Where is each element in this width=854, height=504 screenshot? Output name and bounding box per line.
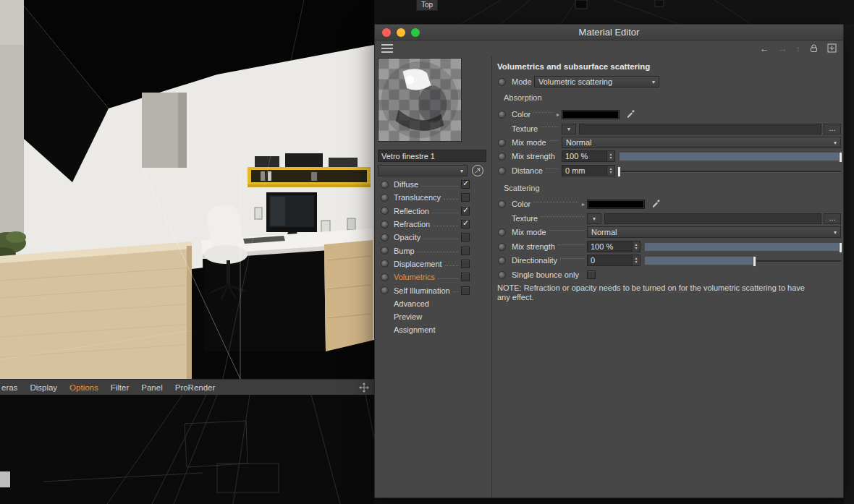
- absorption-distance-slider[interactable]: [620, 166, 841, 176]
- mix-strength-label: Mix strength: [512, 242, 555, 251]
- diffuse-checkbox[interactable]: [461, 180, 470, 189]
- volumetrics-checkbox[interactable]: [461, 273, 470, 281]
- eyedropper-icon[interactable]: [625, 108, 635, 120]
- opacity-checkbox[interactable]: [461, 233, 470, 242]
- scattering-mix-mode-dropdown[interactable]: Normal ▾: [587, 226, 841, 238]
- zoom-button[interactable]: [411, 28, 420, 37]
- directionality-spinner[interactable]: 0 ▴▾: [587, 255, 640, 266]
- color-label: Color: [512, 200, 530, 208]
- record-knob-icon[interactable]: [498, 243, 506, 251]
- page-row-assignment[interactable]: Assignment: [381, 323, 470, 336]
- mode-dropdown[interactable]: Volumetric scattering ▾: [534, 76, 659, 87]
- close-button[interactable]: [382, 28, 391, 37]
- channel-row-diffuse[interactable]: Diffuse: [381, 178, 470, 191]
- expand-arrow-icon[interactable]: ▸: [557, 111, 559, 118]
- browse-texture-button[interactable]: ...: [824, 124, 841, 134]
- menu-item-cameras[interactable]: eras: [1, 383, 17, 392]
- channel-row-self-illumination[interactable]: Self Illumination: [381, 283, 470, 296]
- absorption-color-swatch[interactable]: [562, 110, 620, 119]
- material-preview[interactable]: [378, 58, 462, 142]
- viewport-3d-scene: [0, 0, 374, 379]
- scattering-color-swatch[interactable]: [587, 200, 645, 209]
- lock-icon[interactable]: [809, 43, 819, 54]
- record-knob-icon[interactable]: [498, 111, 506, 119]
- record-knob-icon[interactable]: [498, 200, 506, 208]
- absorption-distance-row: Distance 0 mm ▴▾: [493, 165, 841, 176]
- record-knob-icon[interactable]: [381, 286, 389, 294]
- editor-content: ▾ Diffuse: [375, 56, 843, 497]
- channel-row-volumetrics[interactable]: Volumetrics: [381, 270, 470, 283]
- channel-row-refraction[interactable]: Refraction: [381, 218, 470, 231]
- record-knob-icon[interactable]: [498, 78, 506, 86]
- absorption-mix-strength-spinner[interactable]: 100 % ▴▾: [562, 150, 615, 162]
- channel-row-bump[interactable]: Bump: [381, 244, 470, 257]
- stepper-arrows-icon[interactable]: ▴▾: [632, 242, 640, 252]
- record-knob-icon[interactable]: [381, 260, 389, 268]
- new-window-icon[interactable]: [827, 43, 837, 54]
- menu-item-panel[interactable]: Panel: [141, 383, 162, 392]
- displacement-checkbox[interactable]: [461, 260, 470, 268]
- top-viewport-strip[interactable]: Top: [374, 0, 854, 24]
- record-knob-icon[interactable]: [381, 273, 389, 281]
- channel-row-reflection[interactable]: Reflection: [381, 205, 470, 218]
- single-bounce-checkbox[interactable]: [587, 270, 596, 279]
- record-knob-icon[interactable]: [381, 207, 389, 215]
- bump-checkbox[interactable]: [461, 247, 470, 255]
- pick-material-button[interactable]: [471, 164, 484, 177]
- menu-item-filter[interactable]: Filter: [111, 383, 130, 392]
- back-arrow-icon[interactable]: ←: [760, 44, 769, 54]
- record-knob-icon[interactable]: [498, 139, 506, 147]
- absorption-mix-strength-slider[interactable]: [620, 152, 841, 161]
- mix-mode-label: Mix mode: [512, 228, 546, 236]
- page-row-advanced[interactable]: Advanced: [381, 297, 470, 310]
- refraction-checkbox[interactable]: [461, 220, 470, 228]
- material-list-dropdown[interactable]: ▾: [378, 165, 468, 176]
- channel-row-opacity[interactable]: Opacity: [381, 231, 470, 244]
- self-illumination-checkbox[interactable]: [461, 286, 470, 295]
- eyedropper-icon[interactable]: [651, 198, 661, 210]
- record-knob-icon[interactable]: [381, 181, 389, 189]
- absorption-distance-spinner[interactable]: 0 mm ▴▾: [562, 165, 615, 176]
- wireframe-viewport[interactable]: [0, 395, 374, 504]
- up-arrow-icon[interactable]: ↑: [796, 44, 801, 54]
- scattering-mix-strength-spinner[interactable]: 100 % ▴▾: [587, 241, 640, 252]
- minimize-button[interactable]: [397, 28, 405, 37]
- record-knob-icon[interactable]: [381, 221, 389, 228]
- forward-arrow-icon[interactable]: →: [778, 44, 787, 54]
- record-knob-icon[interactable]: [498, 257, 506, 265]
- menu-item-prorender[interactable]: ProRender: [175, 383, 216, 392]
- browse-texture-button[interactable]: ...: [824, 213, 841, 224]
- stepper-arrows-icon[interactable]: ▴▾: [632, 255, 640, 265]
- directionality-slider[interactable]: [645, 256, 841, 265]
- translucency-checkbox[interactable]: [461, 193, 470, 202]
- absorption-mix-mode-dropdown[interactable]: Normal ▾: [562, 137, 841, 148]
- reflection-checkbox[interactable]: [461, 207, 470, 215]
- record-knob-icon[interactable]: [498, 153, 506, 161]
- scattering-texture-field[interactable]: [604, 213, 821, 224]
- record-knob-icon[interactable]: [381, 234, 389, 242]
- absorption-texture-field[interactable]: [579, 124, 821, 134]
- hamburger-menu-icon[interactable]: [381, 44, 393, 53]
- record-knob-icon[interactable]: [381, 194, 389, 202]
- viewport-label-top[interactable]: Top: [416, 0, 438, 11]
- stepper-arrows-icon[interactable]: ▴▾: [606, 166, 614, 176]
- texture-menu-button[interactable]: ▾: [562, 124, 576, 134]
- material-name-input[interactable]: [378, 150, 486, 162]
- move-viewport-icon[interactable]: [358, 382, 370, 395]
- menu-item-display[interactable]: Display: [30, 383, 57, 392]
- channel-row-displacement[interactable]: Displacement: [381, 257, 470, 270]
- texture-menu-button[interactable]: ▾: [587, 213, 601, 224]
- perspective-viewport[interactable]: [0, 0, 374, 379]
- record-knob-icon[interactable]: [498, 167, 506, 175]
- scattering-mix-strength-slider[interactable]: [645, 242, 841, 252]
- stepper-arrows-icon[interactable]: ▴▾: [606, 151, 614, 161]
- title-bar[interactable]: Material Editor: [375, 25, 843, 40]
- expand-arrow-icon[interactable]: ▸: [582, 201, 585, 208]
- record-knob-icon[interactable]: [498, 228, 506, 236]
- menu-item-options[interactable]: Options: [69, 383, 98, 392]
- chevron-down-icon: ▾: [834, 229, 837, 236]
- record-knob-icon[interactable]: [498, 271, 506, 279]
- channel-row-translucency[interactable]: Translucency: [381, 191, 470, 204]
- record-knob-icon[interactable]: [381, 247, 389, 255]
- page-row-preview[interactable]: Preview: [381, 310, 470, 323]
